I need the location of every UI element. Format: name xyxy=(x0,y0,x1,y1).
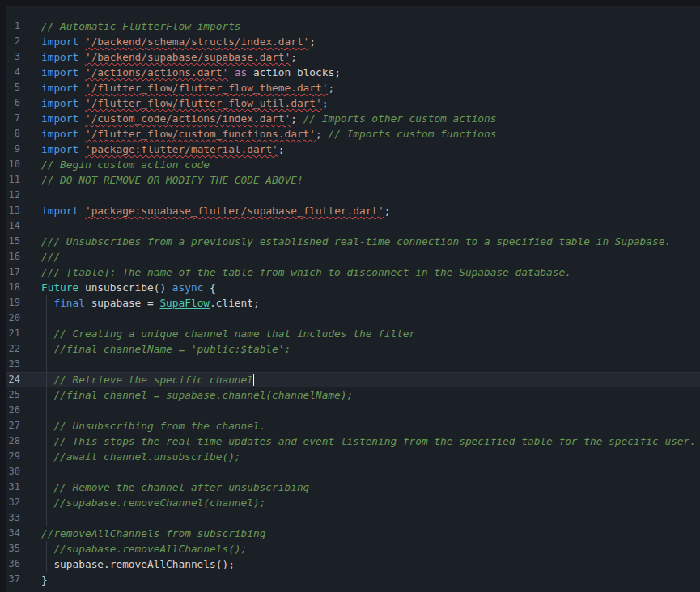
token-plain xyxy=(78,143,85,155)
token-comment: //supabase.removeChannel(channel); xyxy=(41,497,265,509)
token-plain: ; xyxy=(384,205,391,217)
code-content: // Unsubscribing from the channel. xyxy=(41,418,700,433)
line-number: 28 xyxy=(6,433,20,449)
token-comment: //final channelName = 'public:$table'; xyxy=(41,343,291,355)
code-line[interactable]: 22 //final channelName = 'public:$table'… xyxy=(6,341,700,357)
code-line[interactable]: 11// DO NOT REMOVE OR MODIFY THE CODE AB… xyxy=(6,172,700,188)
line-number: 27 xyxy=(6,418,20,433)
code-line[interactable]: 28 // This stops the real-time updates a… xyxy=(6,433,700,449)
line-number: 3 xyxy=(6,49,20,65)
token-string-error: '/flutter_flow/custom_functions.dart' xyxy=(85,128,316,140)
code-line[interactable]: 23 xyxy=(6,357,700,372)
code-line[interactable]: 21 // Creating a unique channel name tha… xyxy=(6,326,700,341)
code-content: // Automatic FlutterFlow imports xyxy=(41,19,700,34)
token-comment: /// xyxy=(41,251,60,263)
line-number: 16 xyxy=(6,249,20,264)
token-plain xyxy=(78,112,85,125)
token-comment: // Automatic FlutterFlow imports xyxy=(41,20,241,32)
code-line[interactable]: 15/// Unsubscribes from a previously est… xyxy=(6,234,700,249)
token-plain: { xyxy=(203,281,215,294)
code-line[interactable]: 16/// xyxy=(6,249,700,264)
token-comment: // Imports custom functions xyxy=(328,128,496,140)
code-content: /// Unsubscribes from a previously estab… xyxy=(41,234,700,249)
code-content: //supabase.removeChannel(channel); xyxy=(41,495,700,510)
code-line[interactable]: 8import '/flutter_flow/custom_functions.… xyxy=(6,126,700,142)
code-line[interactable]: 10// Begin custom action code xyxy=(6,157,700,172)
token-plain xyxy=(228,66,235,78)
code-line[interactable]: 13import 'package:supabase_flutter/supab… xyxy=(6,203,700,218)
code-line[interactable]: 26 xyxy=(6,403,700,418)
token-keyword: import xyxy=(41,97,78,109)
line-number: 25 xyxy=(6,387,20,403)
code-content: /// xyxy=(41,249,700,264)
code-line[interactable]: 25 //final channel = supabase.channel(ch… xyxy=(6,387,700,403)
code-line[interactable]: 1// Automatic FlutterFlow imports xyxy=(6,19,700,34)
code-content xyxy=(41,218,700,234)
token-keyword: import xyxy=(41,36,78,48)
token-plain: ; xyxy=(328,82,334,94)
code-line[interactable]: 20 xyxy=(6,311,700,326)
line-number: 18 xyxy=(6,280,20,295)
code-line[interactable]: 6import '/flutter_flow/flutter_flow_util… xyxy=(6,95,700,111)
code-line[interactable]: 5import '/flutter_flow/flutter_flow_them… xyxy=(6,80,700,95)
token-string-error: '/actions/actions.dart' xyxy=(85,66,228,78)
code-line[interactable]: 24 // Retrieve the specific channel xyxy=(6,372,700,387)
token-plain: .client; xyxy=(210,297,260,309)
code-line[interactable]: 33 xyxy=(6,510,700,526)
code-line[interactable]: 12 xyxy=(6,188,700,203)
line-number: 26 xyxy=(6,403,20,418)
token-plain: unsubscribe() xyxy=(78,281,172,294)
code-line[interactable]: 18Future unsubscribe() async { xyxy=(6,280,700,295)
text-cursor xyxy=(253,374,255,386)
code-content xyxy=(41,403,700,418)
code-content: import '/flutter_flow/custom_functions.d… xyxy=(41,126,700,142)
code-content: //final channel = supabase.channel(chann… xyxy=(41,387,700,403)
token-plain: ; xyxy=(291,112,303,125)
token-plain xyxy=(78,82,85,94)
token-string-error: '/flutter_flow/flutter_flow_util.dart' xyxy=(85,97,322,109)
line-number: 12 xyxy=(6,188,20,203)
code-line[interactable]: 36 supabase.removeAllChannels(); xyxy=(6,556,700,572)
token-keyword: async xyxy=(172,281,204,294)
token-link: SupaFlow xyxy=(159,297,210,309)
code-line[interactable]: 30 xyxy=(6,464,700,480)
token-type: Future xyxy=(41,281,78,294)
token-plain xyxy=(78,51,85,63)
token-plain xyxy=(78,205,85,217)
code-line[interactable]: 29 //await channel.unsubscribe(); xyxy=(6,449,700,464)
token-keyword: import xyxy=(41,51,78,63)
line-number: 22 xyxy=(6,341,20,357)
code-content: // Remove the channel after unsubscribin… xyxy=(41,480,700,495)
code-line[interactable]: 3import '/backend/supabase/supabase.dart… xyxy=(6,49,700,65)
code-line[interactable]: 9import 'package:flutter/material.dart'; xyxy=(6,142,700,157)
code-lines: 1// Automatic FlutterFlow imports2import… xyxy=(6,19,700,587)
code-line[interactable]: 37} xyxy=(6,572,700,587)
code-line[interactable]: 27 // Unsubscribing from the channel. xyxy=(6,418,700,433)
code-line[interactable]: 31 // Remove the channel after unsubscri… xyxy=(6,480,700,495)
line-number: 31 xyxy=(6,480,20,495)
token-plain: ; xyxy=(316,128,328,140)
code-content: } xyxy=(41,572,700,587)
code-content: import '/flutter_flow/flutter_flow_util.… xyxy=(41,95,700,111)
code-line[interactable]: 2import '/backend/schema/structs/index.d… xyxy=(6,34,700,49)
token-plain: supabase = xyxy=(85,297,159,309)
code-line[interactable]: 7import '/custom_code/actions/index.dart… xyxy=(6,111,700,126)
code-line[interactable]: 4import '/actions/actions.dart' as actio… xyxy=(6,65,700,80)
token-plain: } xyxy=(41,573,48,586)
code-editor[interactable]: 1// Automatic FlutterFlow imports2import… xyxy=(6,6,700,592)
code-content: import 'package:flutter/material.dart'; xyxy=(41,142,700,157)
code-line[interactable]: 32 //supabase.removeChannel(channel); xyxy=(6,495,700,510)
code-line[interactable]: 19 final supabase = SupaFlow.client; xyxy=(6,295,700,311)
token-plain: ; xyxy=(291,51,297,63)
line-number: 32 xyxy=(6,495,20,510)
code-content xyxy=(41,311,700,326)
code-line[interactable]: 35 //supabase.removeAllChannels(); xyxy=(6,541,700,556)
code-content: Future unsubscribe() async { xyxy=(41,280,700,295)
code-line[interactable]: 14 xyxy=(6,218,700,234)
token-comment: //await channel.unsubscribe(); xyxy=(41,450,241,463)
line-number: 20 xyxy=(6,311,20,326)
code-line[interactable]: 34//removeAllChannels from subscribing xyxy=(6,526,700,541)
token-comment: // Unsubscribing from the channel. xyxy=(41,420,265,432)
code-line[interactable]: 17/// [table]: The name of the table fro… xyxy=(6,264,700,280)
line-number: 2 xyxy=(6,34,20,49)
